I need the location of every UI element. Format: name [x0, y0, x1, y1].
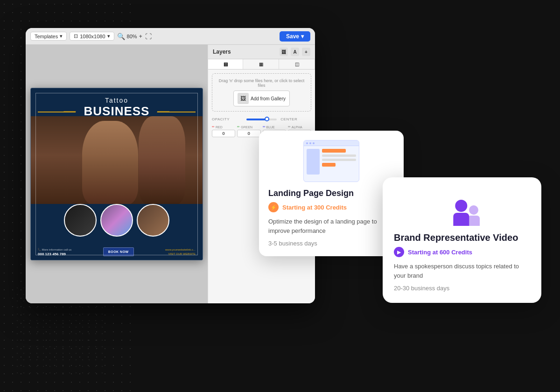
- brand-illustration: [443, 189, 481, 226]
- lp-browser-mockup: [303, 140, 359, 182]
- opacity-label: OPACITY: [212, 117, 243, 121]
- circle-image-2: [100, 204, 133, 237]
- lp-sidebar: [307, 149, 320, 175]
- red-field: ✏ RED 0: [212, 125, 235, 137]
- landing-card-days: 3-5 business days: [268, 240, 394, 247]
- green-label: GREEN: [241, 126, 252, 129]
- layers-tab-2[interactable]: ▦: [243, 59, 279, 69]
- opacity-slider[interactable]: [246, 119, 277, 120]
- size-button[interactable]: ⊡ 1080x1080 ▾: [70, 32, 114, 41]
- editor-titlebar: Templates ▾ ⊡ 1080x1080 ▾ 🔍 80% + ⛶ Save: [26, 28, 315, 45]
- lp-bar-gray-1: [322, 154, 356, 157]
- person-head-sm: [469, 205, 478, 215]
- center-label: CENTER: [280, 117, 311, 121]
- expand-icon[interactable]: ⛶: [145, 33, 152, 40]
- templates-dropdown-icon: ▾: [60, 33, 63, 39]
- landing-page-illustration: [303, 140, 359, 182]
- lp-dot-1: [306, 142, 308, 144]
- contact-left: 📞 More information call us 000 123 456 7…: [38, 248, 71, 256]
- contact-label: More information call us: [42, 248, 72, 251]
- blue-label-icon: ✏ BLUE: [263, 125, 286, 129]
- blue-label: BLUE: [266, 126, 275, 129]
- phone-icon-area: 📞 More information call us: [38, 248, 71, 251]
- poster-subtitle-text: Business: [84, 104, 150, 118]
- green-field: ✏ GREEN 0: [237, 125, 260, 137]
- upload-section[interactable]: Drag 'n' drop some files here, or click …: [212, 73, 311, 112]
- lp-bar-orange-sm: [322, 163, 336, 167]
- contact-number: 000 123 456 789: [38, 252, 71, 256]
- layer-icon-add[interactable]: +: [302, 48, 310, 56]
- phone-icon: 📞: [38, 248, 41, 251]
- brand-card-description: Have a spokesperson discuss topics relat…: [394, 262, 530, 280]
- layers-tab-3[interactable]: ◫: [279, 59, 315, 69]
- lp-content-area: [304, 146, 359, 177]
- size-dropdown-icon: ▾: [107, 33, 110, 39]
- lp-dot-3: [313, 142, 315, 144]
- person-secondary: [468, 205, 480, 226]
- zoom-controls: 🔍 80% +: [117, 33, 142, 40]
- brand-credits-icon: ▶: [394, 247, 404, 257]
- lp-bar-gray-2: [322, 159, 356, 161]
- zoom-in-icon[interactable]: +: [139, 33, 142, 40]
- poster-contact-bar: 📞 More information call us 000 123 456 7…: [31, 247, 203, 256]
- red-label: RED: [216, 126, 223, 129]
- green-input[interactable]: 0: [237, 130, 260, 137]
- add-from-gallery-button[interactable]: 🖼 Add from Gallery: [233, 91, 290, 106]
- circle-image-1: [64, 204, 97, 237]
- layers-title: Layers: [213, 49, 231, 55]
- poster-title: Tattoo: [31, 97, 203, 104]
- save-button[interactable]: Save ▾: [280, 31, 310, 42]
- brand-card-title: Brand Representative Video: [394, 232, 530, 243]
- artist-silhouette: [31, 116, 203, 214]
- add-gallery-label: Add from Gallery: [251, 96, 286, 101]
- red-label-icon: ✏ RED: [212, 125, 235, 129]
- landing-page-card: Landing Page Design ⚡ Starting at 300 Cr…: [259, 131, 404, 256]
- canvas-area[interactable]: Tattoo — Business —: [26, 45, 208, 303]
- gallery-icon: 🖼: [238, 93, 249, 104]
- layers-tab-1[interactable]: ▤: [208, 59, 243, 69]
- templates-button[interactable]: Templates ▾: [30, 32, 67, 41]
- opacity-row: OPACITY CENTER: [208, 115, 315, 123]
- brand-credits-text: Starting at 600 Credits: [408, 249, 472, 256]
- gold-line-right: [168, 112, 196, 112]
- opacity-thumb[interactable]: [265, 117, 269, 121]
- layers-tabs: ▤ ▦ ◫: [208, 59, 315, 70]
- landing-card-description: Optimize the design of a landing page to…: [268, 217, 394, 235]
- save-label: Save: [286, 33, 299, 40]
- landing-credits-text: Starting at 300 Credits: [282, 204, 347, 211]
- landing-credits-icon: ⚡: [268, 202, 279, 212]
- titlebar-left: Templates ▾ ⊡ 1080x1080 ▾ 🔍 80% + ⛶: [30, 32, 152, 41]
- circle-image-3: [137, 204, 169, 237]
- crop-icon: ⊡: [74, 33, 78, 39]
- layer-icon-text[interactable]: A: [291, 48, 299, 56]
- lp-browser-bar: [304, 140, 359, 146]
- main-scene: Templates ▾ ⊡ 1080x1080 ▾ 🔍 80% + ⛶ Save: [0, 0, 560, 392]
- size-label: 1080x1080: [80, 34, 105, 39]
- website-url: www.yourwebsitelink.c...: [165, 248, 196, 252]
- green-label-icon: ✏ GREEN: [237, 125, 260, 129]
- brand-card-days: 20-30 business days: [394, 285, 530, 292]
- layer-icon-image[interactable]: 🖼: [280, 48, 288, 56]
- templates-label: Templates: [35, 34, 58, 39]
- landing-card-title: Landing Page Design: [268, 189, 394, 198]
- red-input[interactable]: 0: [212, 130, 235, 137]
- landing-credits-row: ⚡ Starting at 300 Credits: [268, 202, 394, 212]
- lp-main-content: [322, 149, 356, 175]
- brand-card: Brand Representative Video ▶ Starting at…: [383, 177, 541, 303]
- layers-panel-header: Layers 🖼 A +: [208, 45, 315, 59]
- website-info: www.yourwebsitelink.c... VISIT OUR WEBSI…: [165, 248, 196, 256]
- book-now-button[interactable]: BOOK NOW: [103, 247, 134, 256]
- circles-row: [31, 204, 203, 237]
- save-dropdown-icon: ▾: [301, 33, 304, 40]
- zoom-label: 80%: [127, 34, 137, 39]
- person-main: [453, 200, 469, 226]
- poster-bottom: 📞 More information call us 000 123 456 7…: [31, 204, 203, 260]
- brand-credits-row: ▶ Starting at 600 Credits: [394, 247, 530, 257]
- alpha-label-icon: ✏ ALPHA: [288, 125, 311, 129]
- upload-text: Drag 'n' drop some files here, or click …: [217, 78, 306, 88]
- layers-icons: 🖼 A +: [280, 48, 310, 56]
- website-cta: VISIT OUR WEBSITE: [165, 252, 196, 256]
- zoom-out-icon[interactable]: 🔍: [117, 33, 125, 40]
- person-body: [453, 213, 469, 226]
- poster-main-image: [31, 116, 203, 214]
